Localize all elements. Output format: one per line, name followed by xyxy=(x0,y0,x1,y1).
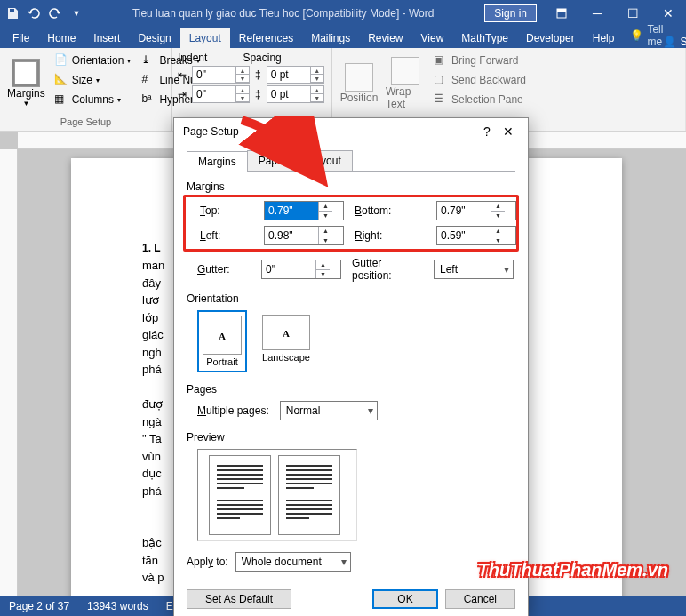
dialog-tab-margins[interactable]: Margins xyxy=(187,151,248,172)
orientation-section-title: Orientation xyxy=(187,292,515,305)
space-before-input[interactable]: ▲▼ xyxy=(267,66,324,84)
margin-bottom-input[interactable]: ▲▼ xyxy=(436,201,516,220)
space-after-input[interactable]: ▲▼ xyxy=(267,85,324,103)
indent-label: Indent xyxy=(178,52,207,64)
margin-left-input[interactable]: ▲▼ xyxy=(264,226,344,245)
tab-layout[interactable]: Layout xyxy=(180,28,230,48)
send-backward-button: ▢Send Backward xyxy=(430,71,530,89)
lightbulb-icon: 💡 xyxy=(630,29,643,42)
ribbon-tabs: File Home Insert Design Layout Reference… xyxy=(0,27,686,48)
dialog-help-icon[interactable]: ? xyxy=(476,124,498,139)
space-before-icon: ‡ xyxy=(255,68,261,81)
qat-dropdown-icon[interactable]: ▼ xyxy=(69,6,84,20)
left-label: Left: xyxy=(200,229,253,242)
margins-icon xyxy=(12,59,40,87)
orientation-button[interactable]: 📄Orientation▾ xyxy=(51,52,135,69)
dialog-title: Page Setup xyxy=(183,125,476,138)
status-words[interactable]: 13943 words xyxy=(87,600,148,612)
tab-insert[interactable]: Insert xyxy=(84,28,129,48)
wrap-icon xyxy=(391,57,419,85)
redo-icon[interactable] xyxy=(48,6,62,20)
apply-to-label: Apply to: xyxy=(187,556,228,568)
columns-button[interactable]: ▦Columns▾ xyxy=(51,91,135,108)
hyphenation-icon: bª xyxy=(141,92,156,107)
undo-icon[interactable] xyxy=(27,6,41,20)
tab-help[interactable]: Help xyxy=(584,28,624,48)
tab-design[interactable]: Design xyxy=(129,28,179,48)
preview-page-1 xyxy=(209,455,271,535)
margins-button[interactable]: Margins▼ xyxy=(5,52,47,115)
page-setup-dialog: Page Setup ? ✕ Margins Paper Layout Marg… xyxy=(173,117,529,616)
position-icon xyxy=(345,63,373,92)
tell-me[interactable]: 💡Tell me xyxy=(630,23,663,48)
watermark: ThuThuatPhanMem.vn xyxy=(478,560,668,580)
spacing-label: Spacing xyxy=(243,52,281,64)
cancel-button[interactable]: Cancel xyxy=(445,589,515,609)
indent-right-icon: ⇥ xyxy=(178,88,187,100)
preview-section-title: Preview xyxy=(187,431,515,444)
svg-rect-1 xyxy=(557,9,566,12)
window-title: Tieu luan quan ly giao duc Tieu hoc [Com… xyxy=(89,7,477,20)
indent-left-input[interactable]: ▲▼ xyxy=(192,66,250,84)
minimize-icon[interactable]: ─ xyxy=(579,0,615,27)
sign-in-button[interactable]: Sign in xyxy=(484,4,537,22)
multiple-pages-select[interactable]: Normal xyxy=(280,401,378,420)
titlebar: ▼ Tieu luan quan ly giao duc Tieu hoc [C… xyxy=(0,0,686,27)
preview-area xyxy=(197,449,357,541)
highlight-box: Top: ▲▼ Bottom: ▲▼ Left: ▲▼ Right: ▲▼ xyxy=(183,195,519,252)
indent-right-input[interactable]: ▲▼ xyxy=(192,85,250,103)
gutter-position-select[interactable]: Left xyxy=(434,260,514,279)
margin-top-input[interactable]: ▲▼ xyxy=(264,201,344,220)
orientation-icon: 📄 xyxy=(54,53,68,68)
pages-section-title: Pages xyxy=(187,383,515,396)
vertical-ruler[interactable] xyxy=(0,149,18,596)
space-after-icon: ‡ xyxy=(255,88,261,100)
doc-heading: 1. L xyxy=(142,242,161,254)
tab-mailings[interactable]: Mailings xyxy=(302,28,359,48)
margin-right-input[interactable]: ▲▼ xyxy=(436,226,516,245)
selection-pane-button[interactable]: ☰Selection Pane xyxy=(430,91,530,108)
portrait-icon: A xyxy=(203,316,242,355)
position-button: Position xyxy=(338,52,380,115)
size-icon: 📐 xyxy=(54,73,68,87)
apply-to-select[interactable]: Whole document xyxy=(235,552,351,572)
columns-icon: ▦ xyxy=(54,92,68,107)
tab-home[interactable]: Home xyxy=(38,28,84,48)
dialog-close-icon[interactable]: ✕ xyxy=(498,124,519,139)
set-default-button[interactable]: Set As Default xyxy=(187,589,291,609)
save-icon[interactable] xyxy=(5,6,20,20)
share-button[interactable]: 👤Share xyxy=(663,36,686,48)
preview-page-2 xyxy=(278,455,340,535)
gutter-input[interactable]: ▲▼ xyxy=(261,260,341,279)
gutter-label: Gutter: xyxy=(197,263,251,276)
landscape-button[interactable]: ALandscape xyxy=(258,310,315,372)
page-setup-group-label: Page Setup xyxy=(5,115,166,127)
multiple-pages-label: Multiple pages: xyxy=(197,404,269,417)
ok-button[interactable]: OK xyxy=(372,589,437,609)
breaks-icon: ⤓ xyxy=(141,53,156,68)
tab-references[interactable]: References xyxy=(230,28,302,48)
bottom-label: Bottom: xyxy=(355,204,426,217)
line-numbers-icon: # xyxy=(141,73,156,87)
send-backward-icon: ▢ xyxy=(434,73,448,87)
window-options-icon[interactable] xyxy=(544,0,579,27)
portrait-button[interactable]: APortrait xyxy=(197,310,247,372)
share-icon: 👤 xyxy=(663,36,676,48)
top-label: Top: xyxy=(200,204,253,217)
size-button[interactable]: 📐Size▾ xyxy=(51,71,135,89)
selection-pane-icon: ☰ xyxy=(434,92,448,107)
tab-view[interactable]: View xyxy=(412,28,453,48)
margins-section-title: Margins xyxy=(187,180,515,193)
tab-file[interactable]: File xyxy=(4,28,38,48)
status-page[interactable]: Page 2 of 37 xyxy=(9,600,69,612)
dialog-tab-layout[interactable]: Layout xyxy=(298,150,353,171)
indent-left-icon: ⇤ xyxy=(178,68,187,81)
dialog-tab-paper[interactable]: Paper xyxy=(247,150,299,171)
tab-developer[interactable]: Developer xyxy=(517,28,584,48)
tab-review[interactable]: Review xyxy=(359,28,411,48)
bring-forward-button: ▣Bring Forward xyxy=(430,52,530,69)
landscape-icon: A xyxy=(262,315,310,350)
tab-mathtype[interactable]: MathType xyxy=(452,28,517,48)
right-label: Right: xyxy=(355,229,426,242)
wrap-text-button: Wrap Text xyxy=(384,52,427,115)
